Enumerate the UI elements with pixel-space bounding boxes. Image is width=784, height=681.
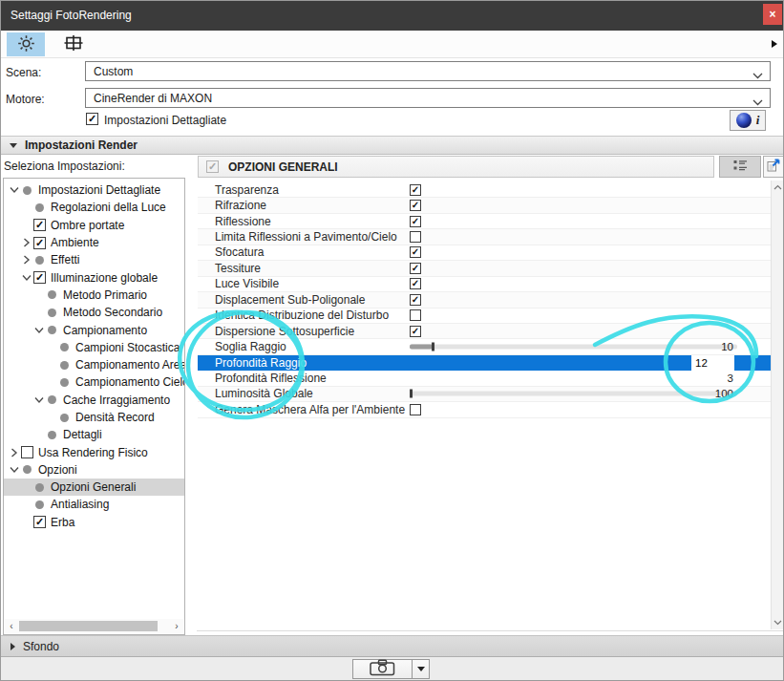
option-row-dispersione-sottosuperficie[interactable]: Dispersione Sottosuperficie✓ [198, 324, 771, 339]
title-bar[interactable]: Settaggi FotoRendering × [1, 1, 783, 31]
option-row-profondit-raggio[interactable]: Profondità Raggio12 [198, 355, 771, 371]
collapse-icon[interactable] [32, 324, 45, 336]
engine-info-button[interactable]: i [730, 110, 766, 131]
collapse-icon[interactable] [8, 184, 20, 197]
collapse-icon[interactable] [32, 394, 45, 406]
options-panel-title: OPZIONI GENERALI [228, 160, 338, 174]
tree-checkbox[interactable]: ✓ [33, 516, 46, 528]
tree-checkbox[interactable]: ✓ [33, 219, 46, 231]
option-slider[interactable] [410, 345, 737, 350]
toolbar-overflow-button[interactable] [768, 34, 781, 53]
option-checkbox[interactable]: ✓ [410, 184, 421, 196]
option-row-limita-riflessioni-a-pavimento-cielo[interactable]: Limita Riflessioni a Pavimento/Cielo [198, 229, 771, 245]
option-slider[interactable] [410, 392, 737, 396]
bullet-icon [60, 414, 69, 422]
tree-item-ambiente[interactable]: ✓Ambiente [4, 234, 184, 251]
render-settings-section-header[interactable]: Impostazioni Render [1, 136, 783, 155]
slider-handle[interactable] [432, 343, 434, 351]
tree-item-erba[interactable]: ✓Erba [4, 514, 184, 531]
scroll-left-icon[interactable]: ‹ [5, 619, 18, 633]
option-label: Identica Distribuzione del Disturbo [215, 309, 389, 322]
tree-item-campioni-stocastica[interactable]: Campioni Stocastica [4, 339, 184, 356]
tree-item-regolazioni-della-luce[interactable]: Regolazioni della Luce [4, 199, 184, 216]
option-row-rifrazione[interactable]: Rifrazione✓ [198, 198, 771, 213]
tree-item-cache-irraggiamento[interactable]: Cache Irraggiamento [4, 392, 184, 409]
option-label: Riflessione [215, 215, 271, 228]
open-in-window-button[interactable] [763, 156, 784, 178]
detailed-settings-checkbox[interactable]: ✓ [86, 113, 98, 125]
sfondo-section-header[interactable]: Sfondo [1, 635, 783, 657]
option-checkbox[interactable] [410, 231, 421, 243]
bullet-icon [48, 395, 56, 404]
option-row-luce-visibile[interactable]: Luce Visibile✓ [198, 277, 771, 292]
tree-item-densit-record[interactable]: Densità Record [4, 409, 184, 426]
option-checkbox[interactable]: ✓ [410, 216, 421, 227]
option-row-identica-distribuzione-del-disturbo[interactable]: Identica Distribuzione del Disturbo [198, 309, 771, 324]
option-row-profondit-riflessione[interactable]: Profondità Riflessione3 [198, 371, 771, 386]
tree-item-metodo-secondario[interactable]: Metodo Secondario [4, 304, 184, 321]
option-row-displacement-sub-poligonale[interactable]: Displacement Sub-Poligonale✓ [198, 292, 771, 308]
collapse-icon[interactable] [8, 463, 20, 476]
scroll-down-icon[interactable] [772, 616, 784, 629]
scroll-right-icon[interactable]: › [170, 619, 183, 633]
tree-item-opzioni[interactable]: Opzioni [4, 461, 184, 479]
tree-item-dettagli[interactable]: Dettagli [4, 426, 184, 443]
expander-spacer [32, 288, 45, 301]
camera-options-dropdown-button[interactable] [412, 659, 430, 679]
tree-checkbox[interactable] [21, 446, 33, 458]
tree-checkbox[interactable]: ✓ [33, 271, 46, 284]
options-vertical-scrollbar[interactable] [771, 181, 784, 629]
option-checkbox[interactable]: ✓ [410, 200, 421, 211]
tree-item-campionamento-cielo-discreto[interactable]: Campionamento Cielo Discreto [4, 373, 184, 391]
option-checkbox[interactable]: ✓ [410, 294, 421, 306]
bullet-icon [60, 361, 69, 370]
tree-item-usa-rendering-fisico[interactable]: Usa Rendering Fisico [4, 443, 184, 460]
option-row-sfocatura[interactable]: Sfocatura✓ [198, 245, 771, 261]
scroll-up-icon[interactable] [772, 181, 784, 194]
expander-spacer [32, 429, 45, 441]
close-button[interactable]: × [763, 4, 782, 25]
option-row-trasparenza[interactable]: Trasparenza✓ [198, 182, 771, 198]
section-title: Impostazioni Render [25, 138, 138, 152]
tree-item-campionamento[interactable]: Campionamento [4, 321, 184, 338]
tree-item-metodo-primario[interactable]: Metodo Primario [4, 287, 184, 304]
tree-item-opzioni-generali[interactable]: Opzioni Generali [4, 479, 184, 496]
render-settings-tab-button[interactable] [7, 32, 45, 56]
tree-item-impostazioni-dettagliate[interactable]: Impostazioni Dettagliate [4, 181, 184, 199]
tree-item-antialiasing[interactable]: Antialiasing [4, 496, 184, 513]
tree-checkbox[interactable]: ✓ [33, 237, 46, 249]
scrollbar-thumb[interactable] [19, 621, 158, 631]
tree-item-ombre-portate[interactable]: ✓Ombre portate [4, 217, 184, 234]
option-checkbox[interactable]: ✓ [410, 263, 421, 274]
option-checkbox[interactable] [410, 404, 421, 415]
tree-horizontal-scrollbar[interactable]: ‹ › [5, 619, 183, 633]
list-view-button[interactable] [719, 156, 761, 178]
option-value-edit-field[interactable]: 12 [691, 355, 734, 371]
tree-item-campionamento-area-discreta[interactable]: Campionamento Area Discreta [4, 356, 184, 373]
tree-item-label: Campionamento Cielo Discreto [75, 375, 184, 389]
collapse-icon[interactable] [20, 271, 32, 284]
motore-dropdown[interactable]: CineRender di MAXON [85, 88, 771, 108]
scena-dropdown[interactable]: Custom [85, 61, 771, 81]
tree-item-illuminazione-globale[interactable]: ✓Illuminazione globale [4, 268, 184, 286]
option-checkbox[interactable]: ✓ [410, 326, 421, 337]
option-checkbox[interactable] [410, 309, 421, 321]
settings-tree-panel: Impostazioni DettagliateRegolazioni dell… [3, 178, 185, 635]
slider-handle[interactable] [410, 390, 413, 398]
layout-view-tab-button[interactable] [54, 32, 93, 56]
expand-icon[interactable] [8, 446, 20, 458]
option-row-luminosit-globale[interactable]: Luminosità Globale100 [198, 387, 771, 402]
option-row-tessiture[interactable]: Tessiture✓ [198, 261, 771, 276]
expand-icon[interactable] [20, 254, 32, 266]
option-label: Tessiture [215, 262, 261, 275]
render-camera-button[interactable] [352, 659, 413, 679]
option-row-soglia-raggio[interactable]: Soglia Raggio10 [198, 339, 771, 354]
expand-icon[interactable] [20, 237, 32, 249]
tree-item-label: Campionamento Area Discreta [75, 358, 184, 372]
option-checkbox[interactable]: ✓ [410, 278, 421, 289]
tree-item-effetti[interactable]: Effetti [4, 251, 184, 268]
option-checkbox[interactable]: ✓ [410, 246, 421, 258]
option-row-riflessione[interactable]: Riflessione✓ [198, 214, 771, 229]
expander-spacer [45, 376, 57, 389]
option-row-genera-maschera-alfa-per-l-ambiente[interactable]: Genera Maschera Alfa per l'Ambiente [198, 402, 771, 417]
